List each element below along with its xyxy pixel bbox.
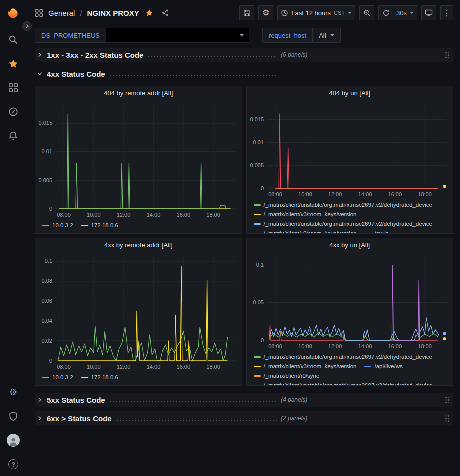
sidebar-item-help[interactable]: ? [0, 452, 27, 476]
legend-item[interactable]: /_matrix/client/r0/sync [254, 371, 319, 381]
row-panel-count: (4 panels) [281, 396, 307, 403]
refresh-interval-dropdown[interactable]: 30s [393, 5, 417, 20]
chevron-down-icon [240, 34, 244, 36]
legend-item[interactable]: /_matrix/client/unstable/org.matrix.msc2… [254, 200, 433, 210]
legend-item[interactable]: 10.0.3.2 [42, 373, 73, 382]
person-icon [8, 436, 19, 447]
clock-icon [281, 9, 288, 17]
more-options-button[interactable]: ⋮ [440, 5, 453, 20]
svg-text:14:00: 14:00 [147, 212, 161, 218]
series-name: /_matrix/client/unstable/org.matrix.msc2… [264, 219, 433, 229]
panel-header[interactable]: 4xx by remote addr [All] [35, 238, 242, 251]
kebab-menu-icon: ⋮ [443, 9, 451, 17]
svg-text:0.06: 0.06 [42, 298, 52, 304]
chart-svg: 00.020.040.060.080.108:0010:0012:0014:00… [35, 251, 242, 372]
sidebar-item-starred[interactable] [0, 52, 27, 76]
sidebar-item-profile[interactable] [0, 428, 27, 452]
request-host-variable-value[interactable]: All [313, 28, 340, 43]
legend-item[interactable]: /_matrix/client/unstable/org.matrix.msc2… [254, 219, 433, 229]
svg-text:0.1: 0.1 [256, 262, 263, 268]
sidebar-item-configuration[interactable]: ⚙ [0, 380, 27, 404]
avatar [7, 434, 20, 447]
legend-item[interactable]: 172.18.0.6 [81, 373, 118, 382]
legend-item[interactable]: /_matrix/client/v3/room_keys/version [254, 229, 357, 233]
refresh-dashboard-button[interactable] [378, 5, 393, 20]
series-name: /_matrix/client/r0/sync [264, 371, 319, 381]
dashboard-squares-icon [35, 9, 43, 17]
grafana-logo-icon [6, 7, 20, 21]
sidebar-item-dashboards[interactable] [0, 76, 27, 100]
breadcrumb-folder[interactable]: General [48, 9, 75, 17]
row-header-1xx-3xx-2xx[interactable]: 1xx - 3xx - 2xx Status Code (6 panels) [35, 48, 453, 62]
svg-text:0.005: 0.005 [250, 162, 264, 168]
timeseries-chart[interactable]: 00.0050.010.01508:0010:0012:0014:0016:00… [35, 99, 242, 220]
legend-item[interactable]: /_matrix/client/v3/room_keys/version [254, 362, 357, 371]
series-color-marker [364, 366, 371, 367]
row-drag-handle[interactable] [445, 51, 449, 58]
legend-item[interactable]: 10.0.3.2 [42, 221, 73, 230]
gear-icon: ⚙ [262, 9, 269, 17]
panel-header[interactable]: 404 by remote addr [All] [35, 86, 242, 99]
chart-svg: 00.0050.010.01508:0010:0012:0014:0016:00… [35, 99, 242, 220]
time-range-picker[interactable]: Last 12 hours CST [277, 5, 355, 20]
svg-text:16:00: 16:00 [388, 191, 402, 197]
legend-item[interactable]: /_matrix/client/v3/room_keys/version [254, 210, 357, 219]
compass-icon [8, 107, 18, 117]
panel-title: 404 by remote addr [All] [104, 89, 173, 97]
sidebar-item-server-admin[interactable] [0, 404, 27, 428]
dotted-leader [109, 401, 277, 403]
favorite-star-button[interactable] [145, 9, 153, 17]
row-header-5xx[interactable]: 5xx Status Code (4 panels) [35, 393, 453, 407]
share-dashboard-button[interactable] [161, 9, 169, 17]
top-navbar: General / NGINX PROXY ⚙ [27, 0, 460, 26]
series-name: 172.18.0.6 [91, 221, 118, 230]
timeseries-chart[interactable]: 00.0050.010.01508:0010:0012:0014:0016:00… [247, 99, 453, 199]
series-color-marker [254, 214, 261, 215]
tv-mode-button[interactable] [421, 5, 436, 20]
datasource-variable-value[interactable] [106, 28, 249, 43]
svg-text:0.1: 0.1 [45, 258, 52, 264]
series-color-marker [81, 377, 88, 378]
panel-header[interactable]: 4xx by uri [All] [247, 238, 453, 251]
legend-item[interactable]: /_matrix/client/unstable/org.matrix.msc2… [254, 381, 433, 385]
series-color-marker [254, 204, 261, 206]
svg-text:0: 0 [260, 337, 263, 343]
search-icon [8, 35, 18, 45]
svg-text:10:00: 10:00 [298, 191, 312, 197]
legend-item[interactable]: /sw.js [364, 229, 388, 233]
row-drag-handle[interactable] [445, 415, 449, 422]
request-host-variable-label[interactable]: request_host [262, 28, 313, 43]
timeseries-chart[interactable]: 00.050.108:0010:0012:0014:0016:0018:00 [247, 251, 453, 351]
refresh-button-group: 30s [378, 5, 417, 20]
sidebar-item-explore[interactable] [0, 100, 27, 124]
svg-text:14:00: 14:00 [358, 191, 372, 197]
row-title: 4xx Status Code [47, 70, 105, 78]
series-name: /_matrix/client/v3/room_keys/version [264, 362, 357, 371]
svg-text:12:00: 12:00 [328, 343, 342, 349]
row-header-6xx[interactable]: 6xx > Status Code (2 panels) [35, 411, 453, 425]
panel-header[interactable]: 404 by uri [All] [247, 86, 453, 99]
datasource-variable-label[interactable]: DS_PROMETHEUS [35, 28, 106, 43]
dashboard-settings-button[interactable]: ⚙ [258, 5, 273, 20]
legend-item[interactable]: 172.18.0.6 [81, 221, 118, 230]
share-icon [161, 9, 169, 17]
chart-svg: 00.050.108:0010:0012:0014:0016:0018:00 [247, 251, 453, 351]
zoom-out-time-button[interactable] [359, 5, 374, 20]
dashboard-title[interactable]: NGINX PROXY [87, 9, 139, 17]
save-dashboard-button[interactable] [239, 5, 254, 20]
row-drag-handle[interactable] [445, 396, 449, 403]
series-name: 10.0.3.2 [52, 373, 73, 382]
sidebar-item-search[interactable] [0, 28, 27, 52]
monitor-icon [425, 9, 433, 17]
timeseries-chart[interactable]: 00.020.040.060.080.108:0010:0012:0014:00… [35, 251, 242, 372]
legend-item[interactable]: /_matrix/client/unstable/org.matrix.msc2… [254, 352, 433, 362]
legend-item[interactable]: /api/live/ws [364, 362, 402, 371]
svg-text:18:00: 18:00 [418, 343, 432, 349]
series-name: /_matrix/client/unstable/org.matrix.msc2… [264, 381, 433, 385]
chart-legend: /_matrix/client/unstable/org.matrix.msc2… [247, 199, 453, 233]
svg-text:08:00: 08:00 [57, 364, 71, 370]
svg-text:16:00: 16:00 [177, 212, 191, 218]
row-header-4xx[interactable]: 4xx Status Code [35, 67, 453, 81]
sidebar-item-alerting[interactable] [0, 124, 27, 148]
sidebar-expand-button[interactable] [22, 21, 32, 31]
